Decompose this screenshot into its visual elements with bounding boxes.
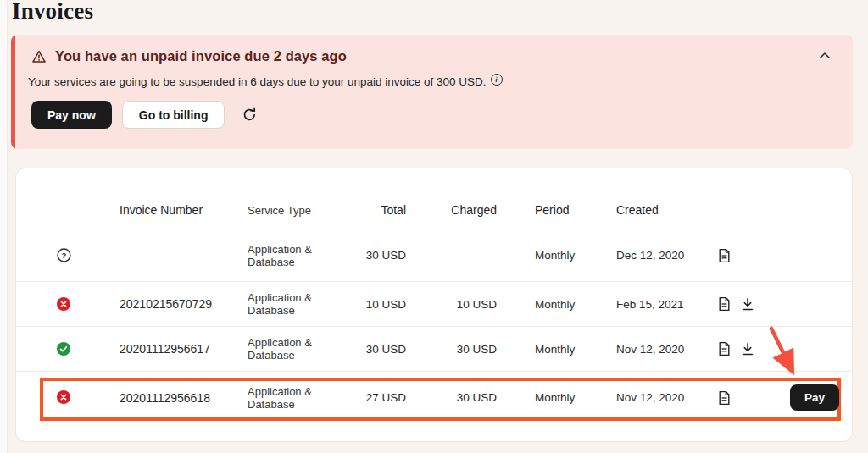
charged-amount: 30 USD [406,343,497,356]
table-row: ? 20201112956618 Application & Database … [16,371,852,423]
status-unknown-icon: ? [57,248,71,262]
header-invoice-number: Invoice Number [84,203,220,217]
billing-period: Monthly [497,298,578,311]
header-charged: Charged [406,203,497,217]
status-success-icon [57,342,71,356]
table-header-row: Invoice Number Service Type Total Charge… [16,168,852,229]
service-type: Application & Database [220,243,355,268]
header-total: Total [355,203,406,217]
pay-now-button[interactable]: Pay now [31,101,112,129]
total-amount: 30 USD [355,249,406,262]
info-icon[interactable]: i [491,74,503,86]
table-row: ? 20201112956617 Application & Database … [16,326,852,371]
total-amount: 10 USD [355,298,406,311]
table-row: ? 20210215670729 Application & Database … [16,281,852,326]
page-title: Invoices [12,0,93,25]
table-row: ? Application & Database 30 USD Monthly … [16,229,852,281]
view-invoice-document-icon[interactable] [717,390,732,406]
view-invoice-document-icon[interactable] [717,341,732,356]
service-type: Application & Database [220,291,355,317]
charged-amount: 10 USD [406,298,497,311]
view-invoice-document-icon[interactable] [717,248,732,263]
total-amount: 30 USD [355,343,406,356]
status-error-icon [57,297,71,312]
created-date: Nov 12, 2020 [578,343,698,356]
service-type: Application & Database [220,385,355,411]
svg-text:?: ? [61,251,66,260]
created-date: Nov 12, 2020 [578,391,698,404]
header-service-type: Service Type [220,204,355,217]
billing-period: Monthly [497,391,578,404]
header-created: Created [578,203,698,217]
status-error-icon [57,390,71,405]
go-to-billing-button[interactable]: Go to billing [122,101,225,129]
service-type: Application & Database [220,336,355,362]
unpaid-invoice-alert: You have an unpaid invoice due 2 days ag… [11,35,853,149]
alert-title: You have an unpaid invoice due 2 days ag… [55,48,347,64]
page-left-gutter [0,0,8,453]
created-date: Feb 15, 2021 [578,298,698,311]
download-invoice-icon[interactable] [741,342,754,356]
charged-amount: 30 USD [406,391,497,404]
header-period: Period [497,203,578,217]
refresh-icon[interactable] [238,103,261,126]
alert-body-text: Your services are going to be suspended … [28,75,487,88]
invoice-number: 20201112956618 [84,391,220,405]
download-invoice-icon[interactable] [741,297,754,312]
invoices-table-card: Invoice Number Service Type Total Charge… [15,168,853,442]
total-amount: 27 USD [355,391,406,404]
pay-button[interactable]: Pay [790,384,839,411]
invoice-number: 20201112956617 [84,342,220,356]
billing-period: Monthly [497,343,578,356]
view-invoice-document-icon[interactable] [717,296,732,312]
invoice-number: 20210215670729 [84,297,220,311]
billing-period: Monthly [497,249,578,262]
created-date: Dec 12, 2020 [578,249,698,262]
collapse-alert-chevron-up-icon[interactable] [815,46,834,65]
warning-triangle-icon [31,49,47,64]
